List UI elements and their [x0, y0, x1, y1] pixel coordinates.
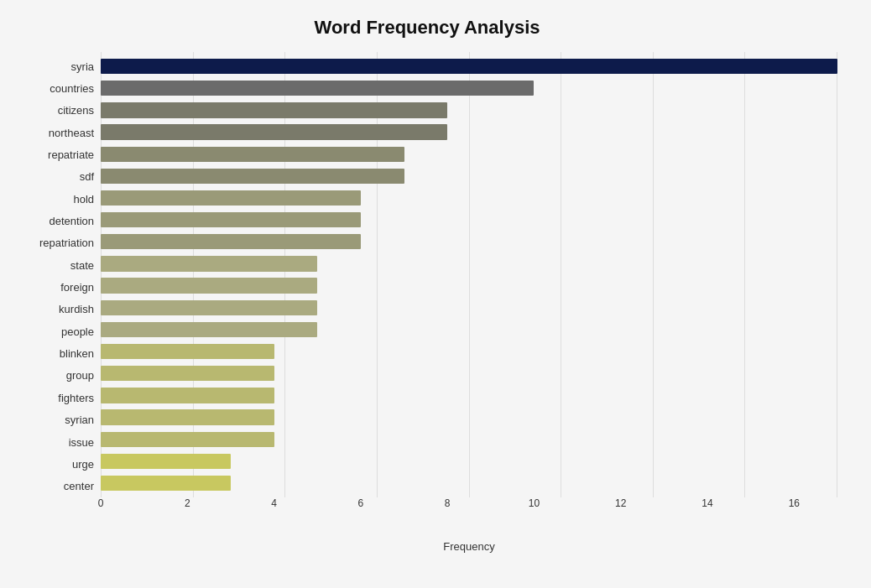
bar	[101, 278, 317, 293]
y-label: issue	[17, 431, 94, 453]
bar	[101, 366, 274, 381]
x-tick-label: 12	[615, 497, 626, 509]
y-label: state	[17, 254, 94, 276]
chart-title: Word Frequency Analysis	[17, 17, 837, 39]
y-label: sdf	[17, 166, 94, 188]
y-label: repatriation	[17, 232, 94, 254]
y-label: countries	[17, 77, 94, 99]
x-tick-label: 6	[358, 497, 364, 509]
bar-row	[101, 407, 837, 429]
y-label: northeast	[17, 122, 94, 143]
y-label: detention	[17, 210, 94, 232]
bar	[101, 147, 404, 162]
bar-row	[101, 99, 837, 121]
bar	[101, 59, 837, 74]
y-label: syria	[17, 55, 94, 77]
bar-row	[101, 472, 837, 494]
bar-row	[101, 209, 837, 231]
y-axis: syriacountriescitizensnortheastrepatriat…	[17, 52, 101, 523]
bar	[101, 124, 447, 139]
bar	[101, 344, 274, 359]
bar-row	[101, 341, 837, 362]
x-tick-label: 8	[445, 497, 451, 509]
y-label: fighters	[17, 387, 94, 408]
chart-container: Word Frequency Analysis syriacountriesci…	[0, 0, 871, 588]
bar	[101, 234, 361, 249]
bar-row	[101, 252, 837, 274]
bar-row	[101, 143, 837, 165]
y-label: foreign	[17, 276, 94, 298]
bar-row	[101, 450, 837, 472]
x-tick-label: 10	[529, 497, 540, 509]
bar	[101, 476, 231, 491]
bar	[101, 432, 274, 447]
x-tick-label: 0	[98, 497, 104, 509]
y-label: citizens	[17, 100, 94, 122]
bar	[101, 300, 317, 315]
bar	[101, 409, 274, 424]
bar-row	[101, 275, 837, 297]
x-tick-label: 16	[789, 497, 800, 509]
bar-row	[101, 319, 837, 341]
chart-area: syriacountriescitizensnortheastrepatriat…	[17, 52, 837, 523]
bar-row	[101, 231, 837, 252]
y-label: group	[17, 365, 94, 387]
bar	[101, 322, 317, 337]
bar	[101, 190, 361, 206]
bars-container	[101, 52, 837, 497]
bars-wrapper: 0246810121416 Frequency	[101, 52, 837, 523]
bar-row	[101, 55, 837, 77]
y-label: hold	[17, 188, 94, 210]
x-axis-title: Frequency	[101, 540, 837, 553]
bar-row	[101, 297, 837, 319]
x-tick-label: 4	[271, 497, 277, 509]
bar-row	[101, 121, 837, 143]
plot-area: 0246810121416 Frequency	[101, 52, 837, 523]
x-axis-labels: 0246810121416	[101, 497, 837, 523]
y-label: center	[17, 476, 94, 497]
bar-row	[101, 165, 837, 187]
bar-row	[101, 187, 837, 209]
bar	[101, 102, 447, 117]
bar	[101, 454, 231, 469]
y-label: urge	[17, 453, 94, 475]
bar-row	[101, 384, 837, 406]
bar	[101, 388, 274, 403]
y-label: blinken	[17, 342, 94, 364]
x-tick-label: 2	[185, 497, 190, 509]
bar	[101, 212, 361, 227]
bar-row	[101, 77, 837, 99]
x-tick-label: 14	[701, 497, 712, 509]
y-label: syrian	[17, 409, 94, 431]
y-label: people	[17, 320, 94, 342]
y-label: kurdish	[17, 299, 94, 320]
bar-row	[101, 429, 837, 450]
bar	[101, 81, 534, 96]
y-label: repatriate	[17, 143, 94, 165]
bar	[101, 256, 317, 271]
bar	[101, 169, 404, 184]
bar-row	[101, 362, 837, 384]
